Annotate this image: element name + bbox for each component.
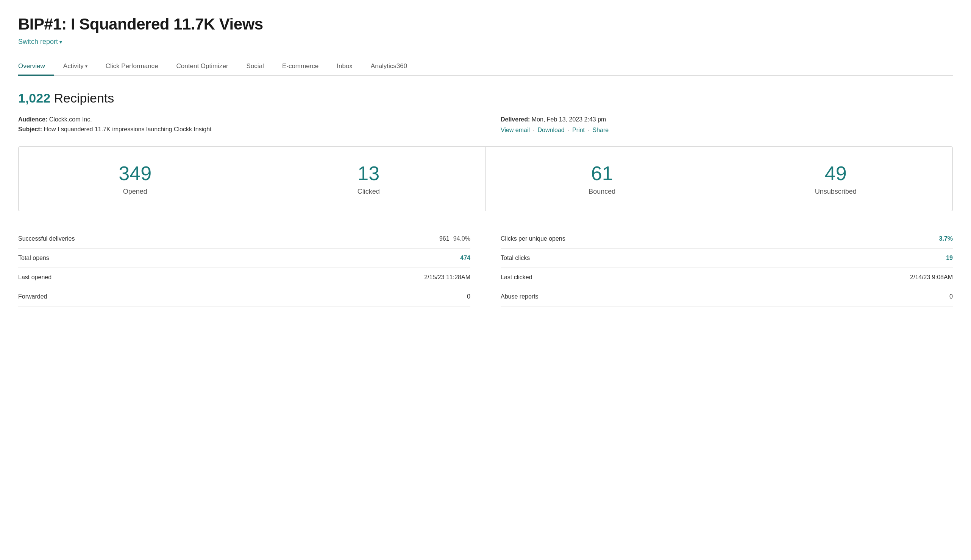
tab-ecommerce[interactable]: E-commerce (273, 58, 328, 76)
metrics-right: Clicks per unique opens3.7%Total clicks1… (501, 229, 953, 307)
switch-report-label: Switch report (18, 38, 58, 46)
audience-value: Clockk.com Inc. (49, 116, 92, 123)
stat-card-clicked[interactable]: 13 Clicked (252, 147, 486, 211)
recipients-heading: 1,022 Recipients (18, 91, 953, 105)
metric-row: Last clicked2/14/23 9:08AM (501, 268, 953, 287)
metric-row: Forwarded0 (18, 287, 470, 307)
delivery-row: Delivered: Mon, Feb 13, 2023 2:43 pm Vie… (501, 115, 953, 134)
tab-social[interactable]: Social (237, 58, 273, 76)
metric-label: Successful deliveries (18, 235, 75, 242)
metric-row: Total clicks19 (501, 248, 953, 268)
stat-number-clicked: 13 (260, 162, 478, 185)
stat-card-opened[interactable]: 349 Opened (18, 147, 252, 211)
metric-label: Clicks per unique opens (501, 235, 565, 242)
metric-row: Successful deliveries961 94.0% (18, 229, 470, 248)
stat-label-bounced: Bounced (588, 188, 615, 195)
metric-value: 2/14/23 9:08AM (910, 274, 953, 281)
download-link[interactable]: Download (538, 127, 565, 133)
action-links: View email · Download · Print · Share (501, 127, 953, 133)
delivered-label: Delivered: (501, 116, 530, 123)
metric-value: 19 (946, 255, 953, 262)
metric-row: Clicks per unique opens3.7% (501, 229, 953, 248)
tab-click-performance[interactable]: Click Performance (97, 58, 167, 76)
separator-1: · (533, 127, 534, 133)
metric-value: 2/15/23 11:28AM (424, 274, 470, 281)
share-link[interactable]: Share (593, 127, 609, 133)
metric-label: Total clicks (501, 255, 530, 262)
separator-2: · (568, 127, 569, 133)
stat-card-unsubscribed[interactable]: 49 Unsubscribed (719, 147, 953, 211)
tab-overview[interactable]: Overview (18, 58, 54, 76)
chevron-down-icon: ▾ (59, 39, 62, 45)
subject-label: Subject: (18, 126, 42, 132)
recipients-count: 1,022 (18, 91, 50, 105)
stat-label-opened: Opened (123, 188, 147, 195)
view-email-link[interactable]: View email (501, 127, 530, 133)
metrics-grid: Successful deliveries961 94.0%Total open… (18, 229, 953, 307)
audience-row: Audience: Clockk.com Inc. Subject: How I… (18, 115, 470, 134)
metric-row: Abuse reports0 (501, 287, 953, 307)
metric-value: 961 94.0% (439, 235, 470, 242)
stat-label-clicked: Clicked (358, 188, 380, 195)
tab-analytics360[interactable]: Analytics360 (362, 58, 416, 76)
main-navigation: OverviewActivity ▾Click PerformanceConte… (18, 58, 953, 76)
page-title: BIP#1: I Squandered 11.7K Views (18, 15, 953, 33)
metric-label: Total opens (18, 255, 49, 262)
metric-row: Total opens474 (18, 248, 470, 268)
metric-value: 0 (949, 293, 953, 300)
metric-label: Last opened (18, 274, 52, 281)
metrics-left: Successful deliveries961 94.0%Total open… (18, 229, 470, 307)
tab-content-optimizer[interactable]: Content Optimizer (167, 58, 237, 76)
metric-value: 3.7% (939, 235, 953, 242)
tab-activity[interactable]: Activity ▾ (54, 58, 97, 76)
chevron-down-icon: ▾ (85, 63, 87, 69)
metric-value: 474 (460, 255, 470, 262)
metric-pct: 94.0% (453, 235, 470, 242)
stat-card-bounced[interactable]: 61 Bounced (486, 147, 719, 211)
metric-label: Last clicked (501, 274, 533, 281)
metric-row: Last opened2/15/23 11:28AM (18, 268, 470, 287)
metric-label: Abuse reports (501, 293, 538, 300)
stat-label-unsubscribed: Unsubscribed (815, 188, 857, 195)
stat-number-unsubscribed: 49 (727, 162, 945, 185)
meta-grid: Audience: Clockk.com Inc. Subject: How I… (18, 115, 953, 134)
metric-label: Forwarded (18, 293, 47, 300)
delivered-value: Mon, Feb 13, 2023 2:43 pm (532, 116, 606, 123)
subject-value: How I squandered 11.7K impressions launc… (44, 126, 212, 132)
recipients-label-text: Recipients (54, 91, 114, 105)
stat-number-bounced: 61 (493, 162, 711, 185)
stats-grid: 349 Opened 13 Clicked 61 Bounced 49 Unsu… (18, 147, 953, 211)
separator-3: · (588, 127, 589, 133)
print-link[interactable]: Print (572, 127, 585, 133)
tab-inbox[interactable]: Inbox (328, 58, 362, 76)
stat-number-opened: 349 (26, 162, 244, 185)
recipients-section: 1,022 Recipients Audience: Clockk.com In… (18, 91, 953, 134)
metric-value: 0 (467, 293, 470, 300)
switch-report-button[interactable]: Switch report ▾ (18, 38, 62, 46)
audience-label: Audience: (18, 116, 47, 123)
